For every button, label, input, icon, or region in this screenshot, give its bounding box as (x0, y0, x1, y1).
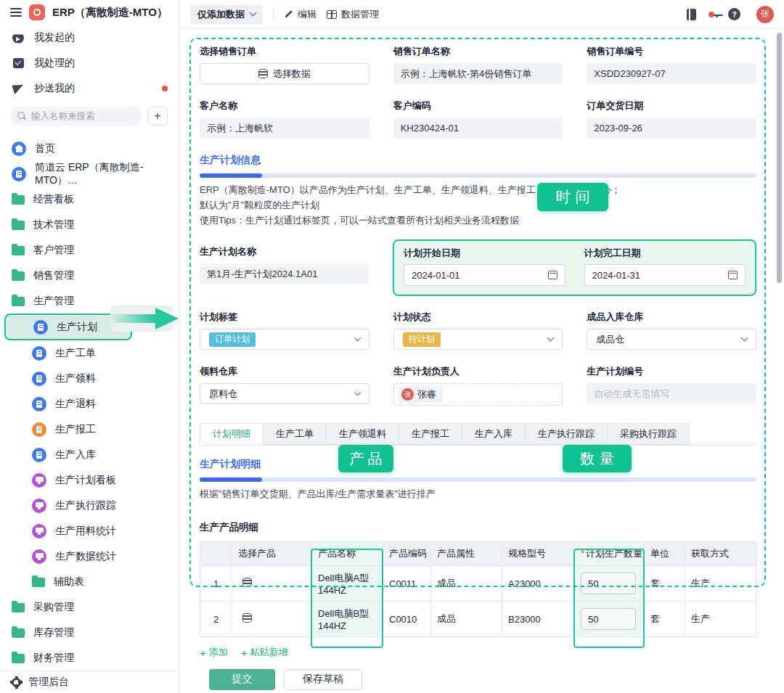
owner-member-field[interactable]: 张 张睿 (393, 383, 563, 406)
annotation-quantity-badge: 数量 (563, 445, 632, 472)
topbar: 仅添加数据 编辑 数据管理 ? 张 (180, 0, 784, 29)
sidebar-item-home[interactable]: 首页 (0, 136, 179, 161)
menu-toggle-icon[interactable] (10, 8, 22, 9)
sidebar-header: ERP（离散制造-MTO） (0, 0, 179, 20)
field-label: 选择销售订单 (200, 45, 369, 58)
sidebar-item-exec-tracking[interactable]: 生产执行跟踪 (0, 493, 179, 518)
tab-work-report[interactable]: 生产报工 (399, 423, 462, 445)
search-input[interactable]: 输入名称来搜索 (10, 107, 142, 126)
member-avatar: 张 (401, 388, 414, 401)
field-label: 销售订单编号 (587, 45, 756, 58)
sidebar-nav: 首页 简道云 ERP（离散制造-MTO）… 经营看板 技术管理 客户管理 销售管… (0, 136, 179, 671)
tab-exec-tracking[interactable]: 生产执行跟踪 (525, 423, 608, 445)
pencil-icon (284, 9, 293, 19)
data-manage-button[interactable]: 数据管理 (327, 8, 379, 21)
erp-screen: ERP（离散制造-MTO） 我发起的 我处理的 抄送我的 输入名称来搜索 + (0, 0, 784, 693)
section-title-plan-detail: 生产计划明细 (200, 458, 756, 471)
folder-icon (12, 246, 25, 255)
plus-icon: + (200, 647, 206, 659)
folder-icon (12, 221, 25, 230)
sidebar-item-inventory-mgmt[interactable]: 库存管理 (0, 620, 179, 645)
sidebar-item-production-plan[interactable]: 生产计划 (4, 313, 132, 340)
field-label: 生产计划名称 (200, 245, 369, 258)
sidebar-item-admin-console[interactable]: 管理后台 (0, 671, 179, 693)
table-row: 1 Dell电脑A型 144HZ C0011 成品 A23000 50 套 生产 (200, 566, 756, 602)
sidebar-item-work-order[interactable]: 生产工单 (0, 340, 179, 366)
field-label: 计划状态 (393, 311, 563, 324)
send-icon (12, 82, 25, 95)
folder-open-icon (12, 297, 25, 306)
product-table-wrap: 选择产品 产品名称 产品编码 产品属性 规格型号 *计划生产数量 单位 获取方式… (200, 541, 756, 637)
table-icon (327, 10, 337, 19)
sidebar-item-business-board[interactable]: 经营看板 (0, 186, 179, 212)
plan-status-select[interactable]: 待计划 (393, 329, 563, 350)
sidebar-item-cc-me[interactable]: 抄送我的 (0, 75, 179, 101)
sidebar-item-my-initiated[interactable]: 我发起的 (0, 25, 179, 50)
save-draft-button[interactable]: 保存草稿 (284, 669, 362, 690)
form-content: 时间 产品 数量 选择销售订单 选择数据 销售订单名称 示例：上海帆软-第4份销… (180, 29, 784, 693)
material-warehouse-select[interactable]: 原料仓 (200, 383, 369, 404)
fg-warehouse-select[interactable]: 成品仓 (587, 329, 756, 350)
sidebar-item-purchase-mgmt[interactable]: 采购管理 (0, 594, 179, 620)
sidebar-item-tech-mgmt[interactable]: 技术管理 (0, 212, 179, 237)
start-date-input[interactable]: 2024-01-01 (404, 264, 565, 286)
tab-work-order[interactable]: 生产工单 (263, 423, 327, 445)
sidebar-item-customer-mgmt[interactable]: 客户管理 (0, 237, 179, 263)
member-chip: 张 张睿 (399, 386, 442, 403)
sidebar-item-material-return[interactable]: 生产退料 (0, 391, 179, 417)
sidebar-item-aux-tables[interactable]: 辅助表 (0, 569, 179, 594)
tag-order-plan: 订单计划 (209, 332, 256, 347)
tab-purchase-tracking[interactable]: 采购执行跟踪 (607, 423, 690, 445)
user-avatar[interactable]: 张 (756, 6, 774, 23)
initiated-icon (12, 31, 25, 44)
dashboard-icon (32, 524, 46, 538)
add-app-button[interactable]: + (147, 107, 168, 126)
tab-material-pick-return[interactable]: 生产领退料 (326, 423, 399, 445)
select-product-cell[interactable] (232, 566, 312, 602)
journal-icon[interactable] (687, 9, 696, 20)
plan-tag-select[interactable]: 订单计划 (200, 329, 369, 350)
field-label: 生产计划编号 (587, 365, 756, 378)
edit-button[interactable]: 编辑 (284, 8, 317, 21)
detail-tabs: 计划明细 生产工单 生产领退料 生产报工 生产入库 生产执行跟踪 采购执行跟踪 (200, 423, 756, 446)
sidebar-item-finance-mgmt[interactable]: 财务管理 (0, 645, 179, 671)
section-progress-bar (200, 173, 756, 178)
select-product-cell[interactable] (232, 602, 312, 637)
sidebar-item-my-todo[interactable]: 我处理的 (0, 50, 179, 75)
database-icon (242, 613, 252, 623)
sidebar-item-plan-board[interactable]: 生产计划看板 (0, 467, 179, 493)
end-date-input[interactable]: 2024-01-31 (584, 264, 746, 286)
folder-icon (12, 628, 25, 638)
qty-input[interactable]: 50 (581, 608, 636, 630)
add-mode-dropdown[interactable]: 仅添加数据 (190, 5, 263, 24)
field-label: 计划完工日期 (584, 247, 746, 260)
sidebar-item-production-mgmt[interactable]: 生产管理 (0, 288, 179, 313)
qty-input[interactable]: 50 (581, 573, 636, 594)
search-icon (17, 112, 26, 120)
sidebar-item-material-stats[interactable]: 生产用料统计 (0, 518, 179, 544)
field-label: 计划开始日期 (404, 247, 565, 260)
field-label: 销售订单名称 (393, 45, 563, 58)
annotation-highlight-dates: 计划开始日期 2024-01-01 计划完工日期 2024-01-31 (393, 239, 756, 296)
annotation-product-badge: 产品 (338, 445, 393, 472)
sidebar-item-production-inbound[interactable]: 生产入库 (0, 442, 179, 467)
sidebar-item-data-stats[interactable]: 生产数据统计 (0, 544, 179, 569)
submit-button[interactable]: 提交 (209, 669, 275, 690)
delivery-date-field: 2023-09-26 (587, 118, 756, 139)
field-label: 客户编码 (393, 99, 563, 112)
product-table: 选择产品 产品名称 产品编码 产品属性 规格型号 *计划生产数量 单位 获取方式… (200, 541, 756, 637)
sidebar-item-jiandaoyun-erp[interactable]: 简道云 ERP（离散制造-MTO）… (0, 161, 179, 186)
folder-icon (12, 195, 25, 205)
tab-inbound[interactable]: 生产入库 (462, 423, 526, 445)
section-description: ERP（离散制造-MTO）以产品作为生产计划、生产工单、生产领退料、生产报工、生… (200, 183, 756, 228)
vertical-scrollbar[interactable] (777, 33, 782, 283)
add-row-link[interactable]: + 添加 (200, 646, 228, 659)
database-icon (258, 69, 268, 78)
paste-add-link[interactable]: + 粘贴新增 (241, 646, 288, 659)
sidebar-item-work-report[interactable]: 生产报工 (0, 417, 179, 442)
help-button[interactable]: ? (728, 8, 740, 20)
sidebar-item-material-pick[interactable]: 生产领料 (0, 366, 179, 391)
select-data-button[interactable]: 选择数据 (200, 63, 369, 84)
sidebar-item-sales-mgmt[interactable]: 销售管理 (0, 263, 179, 288)
tab-plan-detail[interactable]: 计划明细 (200, 423, 264, 445)
